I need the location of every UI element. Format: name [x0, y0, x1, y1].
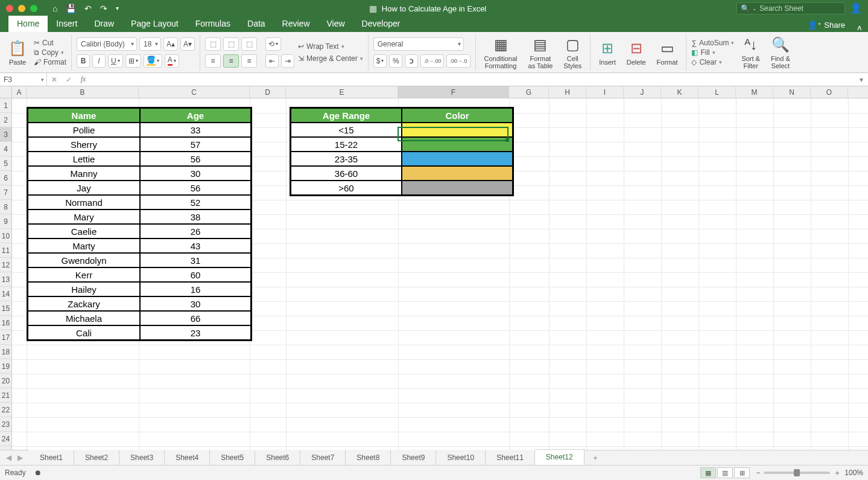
row-header-11[interactable]: 11	[0, 243, 11, 258]
sheet-tab-sheet10[interactable]: Sheet10	[436, 450, 486, 465]
column-header-L[interactable]: L	[699, 86, 736, 98]
decrease-decimal-button[interactable]: .00→.0	[446, 54, 470, 68]
row-header-2[interactable]: 2	[0, 113, 11, 127]
find-select-button[interactable]: 🔍Find & Select	[767, 34, 794, 71]
currency-button[interactable]: $▾	[373, 54, 387, 68]
align-left-button[interactable]: ≡	[205, 54, 221, 68]
row-header-22[interactable]: 22	[0, 403, 11, 417]
fill-color-button[interactable]: 🪣▾	[144, 54, 162, 68]
sort-filter-button[interactable]: ᴬ↓Sort & Filter	[738, 34, 764, 71]
macro-record-icon[interactable]: ⏺	[34, 469, 42, 477]
align-right-button[interactable]: ≡	[241, 54, 257, 68]
page-layout-view-button[interactable]: ▥	[717, 467, 733, 478]
add-sheet-button[interactable]: ＋	[584, 450, 606, 466]
zoom-out-button[interactable]: −	[756, 469, 760, 477]
row-header-19[interactable]: 19	[0, 359, 11, 374]
decrease-font-button[interactable]: A▾	[180, 37, 195, 51]
sheet-tab-sheet5[interactable]: Sheet5	[210, 450, 255, 465]
column-header-J[interactable]: J	[624, 86, 661, 98]
column-header-E[interactable]: E	[286, 86, 398, 98]
column-header-I[interactable]: I	[586, 86, 624, 98]
home-icon[interactable]: ⌂	[52, 4, 57, 13]
fill-button[interactable]: ◧ Fill ▾	[691, 48, 715, 57]
column-header-M[interactable]: M	[736, 86, 773, 98]
increase-font-button[interactable]: A▴	[163, 37, 178, 51]
accept-formula-button[interactable]: ✓	[62, 75, 76, 84]
row-header-14[interactable]: 14	[0, 287, 11, 301]
insert-cells-button[interactable]: ⊞Insert	[595, 38, 619, 67]
number-format-select[interactable]: General	[373, 37, 464, 51]
select-all-corner[interactable]	[0, 86, 12, 98]
column-header-B[interactable]: B	[27, 86, 139, 98]
sheet-tab-sheet8[interactable]: Sheet8	[346, 450, 391, 465]
row-headers[interactable]: 1234567891011121314151617181920212223242…	[0, 98, 12, 450]
row-header-6[interactable]: 6	[0, 171, 11, 185]
collapse-ribbon-button[interactable]: ʌ	[851, 23, 868, 32]
row-header-9[interactable]: 9	[0, 214, 11, 229]
ribbon-tab-data[interactable]: Data	[239, 16, 274, 32]
font-size-select[interactable]: 18	[139, 37, 161, 51]
align-bottom-button[interactable]: ⬚	[241, 37, 257, 51]
cell-styles-button[interactable]: ▢Cell Styles	[560, 34, 585, 71]
row-header-8[interactable]: 8	[0, 200, 11, 214]
row-header-7[interactable]: 7	[0, 185, 11, 200]
font-name-select[interactable]: Calibri (Body)	[77, 37, 137, 51]
sheet-tab-sheet12[interactable]: Sheet12	[535, 449, 584, 466]
wrap-text-button[interactable]: ↩ Wrap Text ▾	[298, 42, 344, 51]
increase-decimal-button[interactable]: .0→.00	[420, 54, 444, 68]
sheet-tab-sheet6[interactable]: Sheet6	[255, 450, 300, 465]
row-header-20[interactable]: 20	[0, 374, 11, 388]
ribbon-tab-insert[interactable]: Insert	[48, 16, 86, 32]
row-header-17[interactable]: 17	[0, 330, 11, 345]
delete-cells-button[interactable]: ⊟Delete	[623, 38, 650, 67]
row-header-4[interactable]: 4	[0, 142, 11, 156]
ribbon-tab-page-layout[interactable]: Page Layout	[122, 16, 187, 32]
save-icon[interactable]: 💾	[66, 4, 76, 13]
format-as-table-button[interactable]: ▤Format as Table	[525, 34, 557, 71]
row-header-15[interactable]: 15	[0, 301, 11, 316]
copy-button[interactable]: ⧉ Copy ▾	[34, 48, 64, 57]
column-header-C[interactable]: C	[139, 86, 250, 98]
align-top-button[interactable]: ⬚	[205, 37, 221, 51]
sheet-nav-next-icon[interactable]: ▶	[17, 453, 23, 462]
cells-area[interactable]: NameAgePollie33Sherry57Lettie56Manny30Ja…	[12, 98, 868, 450]
column-header-G[interactable]: G	[509, 86, 549, 98]
user-account-icon[interactable]: 👤	[850, 2, 862, 14]
column-header-K[interactable]: K	[661, 86, 699, 98]
row-header-23[interactable]: 23	[0, 417, 11, 432]
column-header-O[interactable]: O	[811, 86, 848, 98]
name-box[interactable]: F3	[0, 73, 47, 86]
row-header-24[interactable]: 24	[0, 432, 11, 446]
column-header-N[interactable]: N	[773, 86, 811, 98]
ribbon-tab-developer[interactable]: Developer	[353, 16, 409, 32]
row-header-3[interactable]: 3	[0, 127, 11, 142]
normal-view-button[interactable]: ▦	[700, 467, 716, 478]
zoom-slider[interactable]	[764, 472, 830, 474]
ribbon-tab-view[interactable]: View	[318, 16, 353, 32]
borders-button[interactable]: ⊞▾	[125, 54, 141, 68]
share-button[interactable]: 👤⁺ Share	[802, 18, 851, 32]
sheet-nav-prev-icon[interactable]: ◀	[6, 453, 11, 462]
paste-button[interactable]: 📋 Paste	[5, 38, 30, 67]
format-painter-button[interactable]: 🖌 Format	[34, 58, 66, 66]
sheet-tab-sheet3[interactable]: Sheet3	[119, 450, 165, 465]
column-headers[interactable]: ABCDEFGHIJKLMNO	[12, 86, 868, 98]
cut-button[interactable]: ✂ Cut	[34, 39, 54, 47]
decrease-indent-button[interactable]: ⇤	[265, 54, 279, 68]
undo-icon[interactable]: ↶	[84, 4, 92, 13]
italic-button[interactable]: I	[92, 54, 106, 68]
row-header-16[interactable]: 16	[0, 316, 11, 330]
autosum-button[interactable]: ∑ AutoSum ▾	[691, 39, 734, 47]
ribbon-tab-draw[interactable]: Draw	[86, 16, 122, 32]
column-header-H[interactable]: H	[549, 86, 586, 98]
align-middle-button[interactable]: ⬚	[223, 37, 239, 51]
insert-function-button[interactable]: fx	[76, 75, 90, 84]
row-header-12[interactable]: 12	[0, 258, 11, 272]
zoom-in-button[interactable]: ＋	[834, 468, 841, 478]
increase-indent-button[interactable]: ⇥	[281, 54, 294, 68]
ribbon-tab-review[interactable]: Review	[274, 16, 318, 32]
row-header-21[interactable]: 21	[0, 388, 11, 403]
percent-button[interactable]: %	[389, 54, 402, 68]
bold-button[interactable]: B	[77, 54, 90, 68]
search-sheet-input[interactable]: 🔍 ⌄ Search Sheet	[737, 2, 845, 14]
